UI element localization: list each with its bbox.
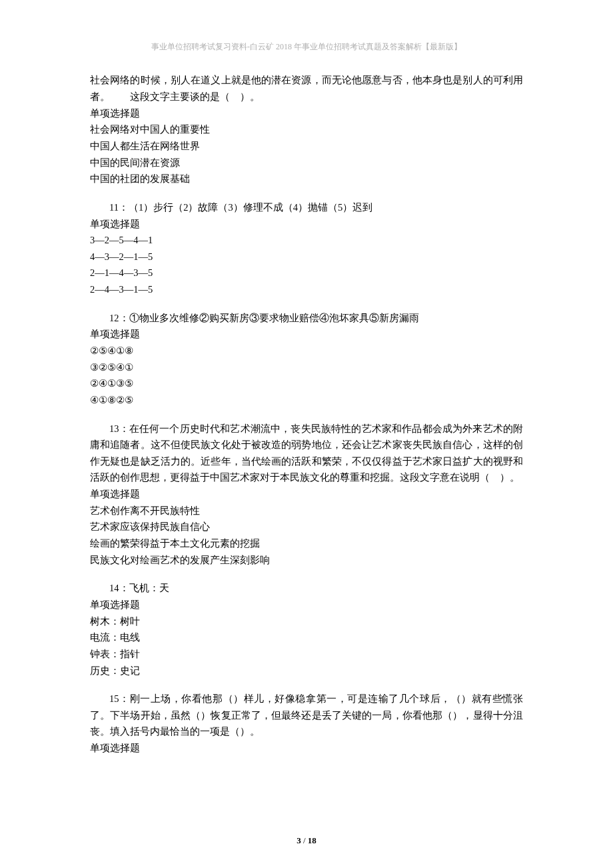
option-d: 中国的社团的发展基础 [90, 171, 523, 187]
option-a: 社会网络对中国人的重要性 [90, 121, 523, 138]
option-c: ②④①③⑤ [90, 375, 523, 392]
page-total: 18 [308, 835, 316, 845]
question-12: 12：①物业多次维修②购买新房③要求物业赔偿④泡坏家具⑤新房漏雨 单项选择题 ②… [90, 310, 523, 409]
option-b: 艺术家应该保持民族自信心 [90, 519, 523, 535]
question-15: 15：刚一上场，你看他那（）样儿，好像稳拿第一，可是连输了几个球后，（）就有些慌… [90, 691, 523, 757]
page-header: 事业单位招聘考试复习资料-白云矿 2018 年事业单位招聘考试真题及答案解析【最… [90, 40, 523, 53]
question-type: 单项选择题 [90, 597, 523, 613]
question-stem: 14：飞机：天 [90, 580, 523, 597]
question-type: 单项选择题 [90, 486, 523, 503]
question-stem-tail: 社会网络的时候，别人在道义上就是他的潜在资源，而无论他愿意与否，他本身也是别人的… [90, 72, 523, 105]
question-type: 单项选择题 [90, 740, 523, 757]
question-type: 单项选择题 [90, 326, 523, 343]
document-page: 事业单位招聘考试复习资料-白云矿 2018 年事业单位招聘考试真题及答案解析【最… [0, 0, 613, 868]
option-c: 绘画的繁荣得益于本土文化元素的挖掘 [90, 535, 523, 552]
option-c: 2—1—4—3—5 [90, 265, 523, 281]
option-a: 艺术创作离不开民族特性 [90, 503, 523, 519]
option-a: 3—2—5—4—1 [90, 232, 523, 249]
page-content: 社会网络的时候，别人在道义上就是他的潜在资源，而无论他愿意与否，他本身也是别人的… [90, 72, 523, 756]
option-a: 树木：树叶 [90, 613, 523, 630]
option-b: 4—3—2—1—5 [90, 249, 523, 265]
option-b: 中国人都生活在网络世界 [90, 138, 523, 155]
question-stem: 11：（1）步行（2）故障（3）修理不成（4）抛锚（5）迟到 [90, 199, 523, 216]
page-separator: / [301, 835, 308, 845]
question-stem: 13：在任何一个历史时代和艺术潮流中，丧失民族特性的艺术家和作品都会成为外来艺术… [90, 421, 523, 487]
question-13: 13：在任何一个历史时代和艺术潮流中，丧失民族特性的艺术家和作品都会成为外来艺术… [90, 421, 523, 569]
question-stem: 15：刚一上场，你看他那（）样儿，好像稳拿第一，可是连输了几个球后，（）就有些慌… [90, 691, 523, 740]
option-c: 钟表：指针 [90, 646, 523, 663]
option-a: ②⑤④①⑧ [90, 343, 523, 359]
question-type: 单项选择题 [90, 216, 523, 233]
page-footer: 3 / 18 [0, 833, 613, 848]
question-type: 单项选择题 [90, 105, 523, 122]
option-d: ④①⑧②⑤ [90, 392, 523, 409]
option-b: ③②⑤④① [90, 359, 523, 376]
question-14: 14：飞机：天 单项选择题 树木：树叶 电流：电线 钟表：指针 历史：史记 [90, 580, 523, 679]
option-d: 2—4—3—1—5 [90, 281, 523, 298]
option-b: 电流：电线 [90, 629, 523, 646]
question-10-tail: 社会网络的时候，别人在道义上就是他的潜在资源，而无论他愿意与否，他本身也是别人的… [90, 72, 523, 187]
option-d: 历史：史记 [90, 663, 523, 679]
question-11: 11：（1）步行（2）故障（3）修理不成（4）抛锚（5）迟到 单项选择题 3—2… [90, 199, 523, 298]
question-stem: 12：①物业多次维修②购买新房③要求物业赔偿④泡坏家具⑤新房漏雨 [90, 310, 523, 327]
option-d: 民族文化对绘画艺术的发展产生深刻影响 [90, 552, 523, 569]
option-c: 中国的民间潜在资源 [90, 155, 523, 171]
